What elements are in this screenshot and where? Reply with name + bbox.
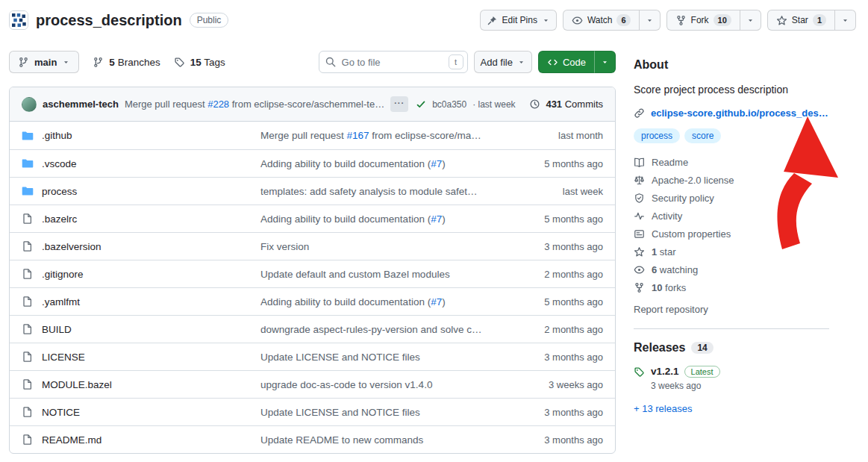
about-meta-list: Readme Apache-2.0 license Security polic…	[634, 157, 829, 293]
file-name-link[interactable]: .gitignore	[42, 269, 84, 280]
about-meta-item[interactable]: 10 forks	[634, 282, 829, 293]
table-row[interactable]: process templates: add safety analysis t…	[10, 177, 615, 205]
note-icon	[634, 228, 645, 240]
file-name-link[interactable]: LICENSE	[42, 352, 85, 363]
about-meta-item[interactable]: Activity	[634, 210, 829, 222]
caret-down-icon	[517, 58, 525, 66]
website-link[interactable]: eclipse-score.github.io/process_descr…	[651, 107, 829, 119]
commit-message-link[interactable]: Adding ability to build documentation (#…	[260, 296, 491, 308]
table-row[interactable]: NOTICE Update LICENSE and NOTICE files 3…	[10, 398, 615, 425]
star-dropdown-button[interactable]	[834, 10, 856, 31]
file-icon	[22, 378, 34, 390]
file-name-link[interactable]: process	[42, 186, 77, 197]
about-meta-item[interactable]: Custom properties	[634, 228, 829, 240]
add-file-button[interactable]: Add file	[474, 51, 532, 73]
commit-message-link[interactable]: Adding ability to build documentation (#…	[260, 213, 491, 225]
repo-title-group: process_description Public	[9, 10, 228, 30]
about-meta-item[interactable]: Security policy	[634, 193, 829, 204]
table-row[interactable]: .vscode Adding ability to build document…	[10, 149, 615, 177]
file-name-link[interactable]: .vscode	[42, 158, 77, 169]
pr-link[interactable]: #228	[207, 99, 229, 110]
law-icon	[634, 175, 645, 186]
org-avatar[interactable]	[9, 10, 28, 30]
report-repository-link[interactable]: Report repository	[634, 304, 708, 315]
about-meta-item[interactable]: Readme	[634, 157, 829, 168]
issue-link[interactable]: #7	[431, 296, 442, 308]
issue-link[interactable]: #7	[431, 158, 442, 169]
commit-time: 2 months ago	[491, 324, 603, 335]
about-meta-item[interactable]: 1 star	[634, 246, 829, 257]
fork-button[interactable]: Fork 10	[666, 10, 740, 31]
commit-message-link[interactable]: Update README to new commands	[260, 434, 491, 446]
commit-message-link[interactable]: upgrade doc-as-code to version v1.4.0	[260, 379, 491, 390]
link-icon	[634, 107, 645, 119]
caret-down-icon	[601, 58, 609, 66]
issue-link[interactable]: #7	[431, 213, 442, 225]
table-row[interactable]: MODULE.bazel upgrade doc-as-code to vers…	[10, 370, 615, 398]
file-name-link[interactable]: .bazelversion	[42, 241, 102, 252]
commit-message-link[interactable]: Update default and custom Bazel modules	[260, 269, 491, 280]
checks-passed-icon[interactable]	[416, 99, 426, 110]
commit-author-avatar[interactable]	[22, 97, 37, 112]
file-name-link[interactable]: .yamlfmt	[42, 296, 80, 308]
releases-title[interactable]: Releases	[634, 341, 685, 355]
table-row[interactable]: .yamlfmt Adding ability to build documen…	[10, 287, 615, 315]
code-button[interactable]: Code	[538, 51, 594, 73]
watch-dropdown-button[interactable]	[639, 10, 661, 31]
table-row[interactable]: .bazelversion Fix version 3 months ago	[10, 232, 615, 260]
commit-message-link[interactable]: templates: add safety analysis to module…	[260, 186, 491, 197]
file-name-link[interactable]: README.md	[42, 434, 102, 446]
commit-sha-link[interactable]: bc0a350	[432, 99, 466, 110]
fork-dropdown-button[interactable]	[740, 10, 761, 31]
shield-icon	[634, 193, 645, 204]
go-to-file-input[interactable]	[319, 51, 468, 73]
eye-icon	[634, 264, 645, 275]
table-row[interactable]: .github Merge pull request #167 from ecl…	[10, 122, 615, 149]
file-name-link[interactable]: MODULE.bazel	[42, 379, 112, 390]
table-row[interactable]: README.md Update README to new commands …	[10, 425, 615, 453]
code-dropdown-button[interactable]	[594, 51, 616, 73]
commit-message-link[interactable]: Fix version	[260, 241, 491, 252]
branch-selector[interactable]: main	[9, 51, 79, 73]
branches-link[interactable]: 5 Branches	[93, 57, 160, 68]
watch-button[interactable]: Watch 6	[563, 10, 639, 31]
page-title[interactable]: process_description	[36, 12, 182, 29]
file-name-link[interactable]: NOTICE	[42, 407, 80, 418]
tags-link[interactable]: 15 Tags	[174, 57, 225, 68]
eye-icon	[572, 15, 583, 26]
caret-down-icon	[646, 16, 654, 25]
commit-history-link[interactable]: 431 Commits	[529, 99, 603, 110]
about-meta-item[interactable]: Apache-2.0 license	[634, 175, 829, 186]
visibility-badge: Public	[190, 13, 229, 28]
release-version-link[interactable]: v1.2.1	[651, 366, 679, 377]
topic-pill[interactable]: score	[684, 128, 721, 143]
commit-message-link[interactable]: downgrade aspect-rules-py-version and so…	[260, 324, 491, 335]
about-title: About	[634, 58, 829, 72]
edit-pins-label: Edit Pins	[502, 15, 537, 25]
table-row[interactable]: .gitignore Update default and custom Baz…	[10, 260, 615, 287]
file-name-link[interactable]: BUILD	[42, 324, 72, 335]
commit-message[interactable]: Merge pull request #228 from eclipse-sco…	[125, 99, 384, 110]
table-row[interactable]: BUILD downgrade aspect-rules-py-version …	[10, 315, 615, 343]
git-branch-icon	[93, 57, 104, 68]
commit-message-link[interactable]: Update LICENSE and NOTICE files	[260, 352, 491, 363]
commit-author-link[interactable]: aschemmel-tech	[43, 99, 119, 110]
about-meta-item[interactable]: 6 watching	[634, 264, 829, 275]
commit-message-expand-button[interactable]: ···	[390, 96, 408, 112]
topic-pill[interactable]: process	[634, 128, 680, 143]
pulse-icon	[634, 210, 645, 222]
table-row[interactable]: LICENSE Update LICENSE and NOTICE files …	[10, 343, 615, 370]
table-row[interactable]: .bazelrc Adding ability to build documen…	[10, 205, 615, 232]
file-name-link[interactable]: .github	[42, 130, 72, 141]
more-releases-link[interactable]: + 13 releases	[634, 403, 692, 414]
commit-message-link[interactable]: Update LICENSE and NOTICE files	[260, 407, 491, 418]
watch-button-group: Watch 6	[563, 10, 661, 31]
issue-link[interactable]: #167	[347, 130, 369, 141]
file-name-link[interactable]: .bazelrc	[42, 213, 77, 225]
latest-commit-bar: aschemmel-tech Merge pull request #228 f…	[10, 87, 615, 122]
star-button[interactable]: Star 1	[767, 10, 834, 31]
edit-pins-button[interactable]: Edit Pins	[480, 10, 557, 31]
commit-message-link[interactable]: Merge pull request #167 from eclipse-sco…	[260, 130, 491, 141]
commit-message-link[interactable]: Adding ability to build documentation (#…	[260, 158, 491, 169]
fork-icon	[675, 15, 687, 26]
